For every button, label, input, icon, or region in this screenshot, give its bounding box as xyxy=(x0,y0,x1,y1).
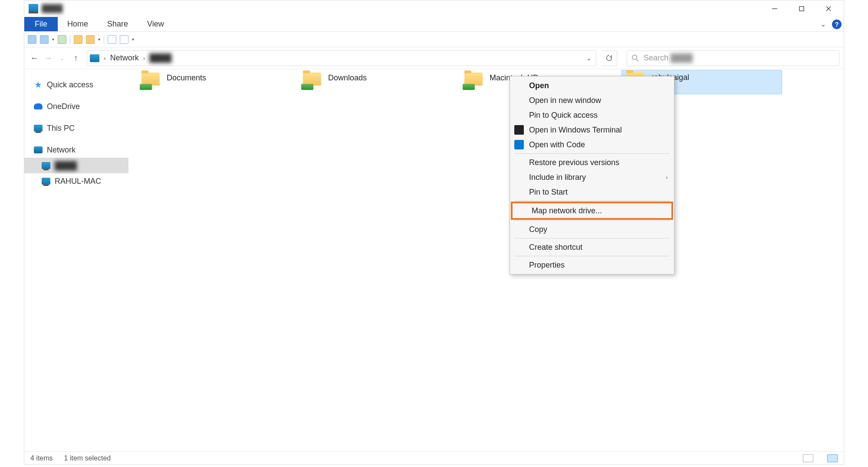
ctx-open-terminal[interactable]: Open in Windows Terminal xyxy=(510,123,674,137)
explorer-window: ████ File Home Share View ⌄ ? ▾ ▾ ▾ ← → … xyxy=(24,0,844,465)
ctx-properties[interactable]: Properties xyxy=(510,258,674,272)
sidebar-onedrive[interactable]: OneDrive xyxy=(24,99,128,114)
address-bar[interactable]: › Network › ████ ⌄ xyxy=(87,50,596,66)
breadcrumb-host[interactable]: ████ xyxy=(147,53,174,63)
svg-rect-1 xyxy=(799,7,804,11)
qat-folder2-icon[interactable] xyxy=(86,35,95,44)
ctx-map-network-drive[interactable]: Map network drive... xyxy=(513,203,671,218)
ctx-open[interactable]: Open xyxy=(510,78,674,93)
separator xyxy=(70,35,70,44)
maximize-button[interactable] xyxy=(788,0,815,17)
ctx-pin-quick-access[interactable]: Pin to Quick access xyxy=(510,108,674,123)
forward-button[interactable]: → xyxy=(43,53,54,64)
computer-icon xyxy=(29,4,38,13)
computer-icon xyxy=(42,177,50,185)
ctx-create-shortcut[interactable]: Create shortcut xyxy=(510,240,674,255)
highlighted-annotation: Map network drive... xyxy=(511,202,673,220)
share-tab[interactable]: Share xyxy=(98,17,138,31)
details-view-button[interactable] xyxy=(803,454,813,462)
network-share-icon xyxy=(301,73,322,90)
submenu-arrow-icon: › xyxy=(666,174,668,181)
qat-layout2-icon[interactable] xyxy=(120,35,128,44)
sidebar-label: RAHUL-MAC xyxy=(55,177,101,186)
back-button[interactable]: ← xyxy=(29,53,40,64)
sidebar-label: Quick access xyxy=(47,80,93,89)
ctx-open-new-window[interactable]: Open in new window xyxy=(510,93,674,108)
status-selection: 1 item selected xyxy=(64,454,111,462)
network-share-icon xyxy=(140,73,161,90)
sidebar-quick-access[interactable]: ★ Quick access xyxy=(24,77,128,93)
ctx-restore-versions[interactable]: Restore previous versions xyxy=(510,155,674,170)
folder-content-area[interactable]: Documents Downloads Macintosh HD rahulsa… xyxy=(128,69,844,451)
qat-folder-icon[interactable] xyxy=(74,35,82,44)
sidebar-label: OneDrive xyxy=(47,102,80,111)
quick-access-toolbar: ▾ ▾ ▾ xyxy=(24,32,844,47)
separator xyxy=(514,238,670,238)
large-icons-view-button[interactable] xyxy=(827,454,838,462)
status-item-count: 4 items xyxy=(30,454,53,462)
qat-properties-icon[interactable] xyxy=(28,35,36,44)
svg-point-4 xyxy=(632,55,637,60)
minimize-button[interactable] xyxy=(761,0,788,17)
network-share-icon xyxy=(463,73,483,90)
titlebar: ████ xyxy=(24,0,844,17)
ctx-pin-start[interactable]: Pin to Start xyxy=(510,185,674,199)
breadcrumb-network[interactable]: Network xyxy=(108,53,141,63)
vscode-icon xyxy=(514,140,524,149)
ctx-include-library[interactable]: Include in library› xyxy=(510,170,674,185)
address-dropdown-chevron-icon[interactable]: ⌄ xyxy=(585,55,593,62)
up-button[interactable]: ↑ xyxy=(70,53,82,64)
computer-icon xyxy=(90,54,99,62)
ribbon-collapse-chevron-icon[interactable]: ⌄ xyxy=(816,17,830,31)
separator xyxy=(514,256,670,256)
folder-item[interactable]: Documents xyxy=(137,71,259,95)
svg-line-5 xyxy=(637,59,639,61)
qat-new-folder-icon[interactable] xyxy=(40,35,49,44)
search-icon xyxy=(631,54,639,62)
separator xyxy=(514,220,670,221)
ribbon-tabs: File Home Share View ⌄ ? xyxy=(24,17,844,32)
window-title: ████ xyxy=(42,4,62,13)
cloud-icon xyxy=(34,102,43,111)
recent-locations-chevron-icon[interactable]: ⌄ xyxy=(56,53,68,64)
chevron-down-icon[interactable]: ▾ xyxy=(98,37,100,42)
sidebar-network[interactable]: Network xyxy=(24,142,128,158)
separator xyxy=(514,153,670,154)
star-icon: ★ xyxy=(34,80,43,89)
terminal-icon xyxy=(514,125,524,135)
help-button[interactable]: ? xyxy=(830,17,844,31)
chevron-down-icon[interactable]: ▾ xyxy=(52,37,54,42)
sidebar-network-host-selected[interactable]: ████ xyxy=(24,158,128,173)
breadcrumb-chevron-icon[interactable]: › xyxy=(141,55,147,62)
navigation-bar: ← → ⌄ ↑ › Network › ████ ⌄ Search ████ xyxy=(24,47,844,69)
computer-icon xyxy=(34,124,43,132)
sidebar-network-host[interactable]: RAHUL-MAC xyxy=(24,173,128,189)
home-tab[interactable]: Home xyxy=(58,17,98,31)
separator xyxy=(104,35,104,44)
qat-layout1-icon[interactable] xyxy=(108,35,116,44)
refresh-button[interactable] xyxy=(602,50,617,66)
sidebar-label: This PC xyxy=(47,124,75,133)
folder-label: Documents xyxy=(167,73,206,83)
search-placeholder: Search ████ xyxy=(644,53,693,63)
folder-label: Downloads xyxy=(328,73,367,83)
sidebar-label: Network xyxy=(47,146,76,155)
status-bar: 4 items 1 item selected xyxy=(24,451,844,464)
sidebar-this-pc[interactable]: This PC xyxy=(24,120,128,136)
context-menu: Open Open in new window Pin to Quick acc… xyxy=(510,76,674,275)
separator xyxy=(514,201,670,201)
chevron-down-icon[interactable]: ▾ xyxy=(132,37,134,42)
file-tab[interactable]: File xyxy=(24,17,58,31)
network-icon xyxy=(34,146,43,154)
qat-undo-icon[interactable] xyxy=(58,35,66,44)
folder-item[interactable]: Downloads xyxy=(299,71,420,95)
ctx-open-code[interactable]: Open with Code xyxy=(510,137,674,152)
breadcrumb-chevron-icon[interactable]: › xyxy=(102,55,108,62)
search-input[interactable]: Search ████ xyxy=(627,50,839,66)
computer-icon xyxy=(42,161,50,170)
ctx-copy[interactable]: Copy xyxy=(510,222,674,237)
navigation-pane: ★ Quick access OneDrive This PC Network … xyxy=(24,69,128,451)
sidebar-label: ████ xyxy=(55,161,77,170)
close-button[interactable] xyxy=(815,0,842,17)
view-tab[interactable]: View xyxy=(138,17,174,31)
